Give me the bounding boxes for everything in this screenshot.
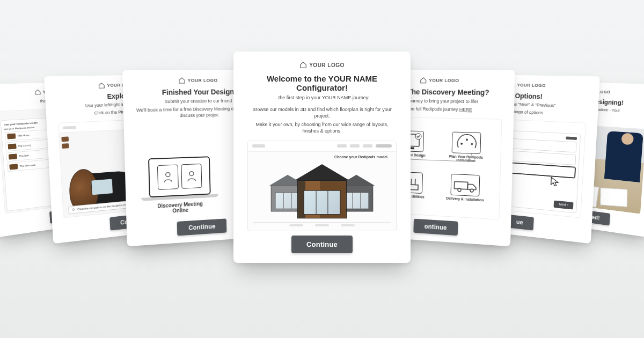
truck-icon <box>451 174 480 197</box>
palette-icon <box>452 133 481 155</box>
logo-text: YOUR LOGO <box>309 62 345 68</box>
center-illustration: Choose your Redipods model. <box>247 141 397 231</box>
house-icon <box>299 61 307 69</box>
journey-step-delivery: Delivery & Installation <box>444 174 486 202</box>
house-icon <box>178 77 186 84</box>
mock-sidebar <box>61 134 91 151</box>
continue-button[interactable]: Continue <box>177 218 226 236</box>
brand-logo: YOUR LOGO <box>299 61 345 69</box>
card3-title: Finished Your Design <box>162 88 235 97</box>
svg-point-15 <box>470 189 473 192</box>
model-carousel <box>248 178 396 216</box>
center-desc2: Make it your own, by choosing from our w… <box>247 121 397 135</box>
svg-rect-13 <box>454 182 467 189</box>
model-picker-heading: Choose your Redipods model. <box>334 155 389 159</box>
svg-point-6 <box>460 143 463 145</box>
logo-text: YOUR LOGO <box>188 78 218 83</box>
person-icon <box>181 164 202 189</box>
pin-icon <box>71 208 76 212</box>
card3-sub1: Submit your creation to our friend <box>165 98 232 105</box>
logo-text: YOUR LOGO <box>517 83 546 88</box>
card5-sub2: t the full Redipods journey HERE <box>406 106 472 113</box>
logo-text: YOUR LOGO <box>429 78 459 83</box>
brand-logo: YOUR LOGO <box>178 77 217 84</box>
card-carousel: YOUR LOGO these buttons! ose your Redipo… <box>0 0 644 338</box>
cursor-icon <box>550 176 561 187</box>
card5-sub1: the journey to bring your project to lif… <box>401 98 478 105</box>
svg-point-7 <box>466 139 468 141</box>
journey-link[interactable]: HERE <box>459 107 472 112</box>
svg-point-8 <box>471 143 473 145</box>
laptop-online: Discovery Meeting Online <box>148 156 211 215</box>
mock-browser-bar <box>248 141 396 152</box>
center-desc1: Browse our models in 3D and find which f… <box>247 106 397 120</box>
person-icon <box>157 165 178 190</box>
model-thumb-selected[interactable] <box>295 175 349 219</box>
continue-button[interactable]: Continue <box>291 236 353 253</box>
brand-logo: YOUR LOGO <box>420 77 459 84</box>
svg-point-14 <box>458 188 461 192</box>
next-button[interactable]: Next › <box>554 201 574 210</box>
house-icon <box>34 89 41 95</box>
svg-point-1 <box>165 172 170 177</box>
house-icon <box>98 82 105 89</box>
svg-point-0 <box>72 209 74 210</box>
center-subtitle: ...the first step in your YOUR NAME jour… <box>274 94 369 101</box>
card6-title: r Options! <box>510 92 543 100</box>
mock-footer <box>253 222 391 227</box>
svg-point-2 <box>189 172 193 176</box>
caption: Discovery Meeting Online <box>149 201 211 215</box>
onboarding-card-center: YOUR LOGO Welcome to the YOUR NAME Confi… <box>233 52 411 263</box>
continue-button[interactable]: ontinue <box>413 219 458 236</box>
house-icon <box>420 77 427 84</box>
center-title: Welcome to the YOUR NAME Configurator! <box>247 74 397 92</box>
